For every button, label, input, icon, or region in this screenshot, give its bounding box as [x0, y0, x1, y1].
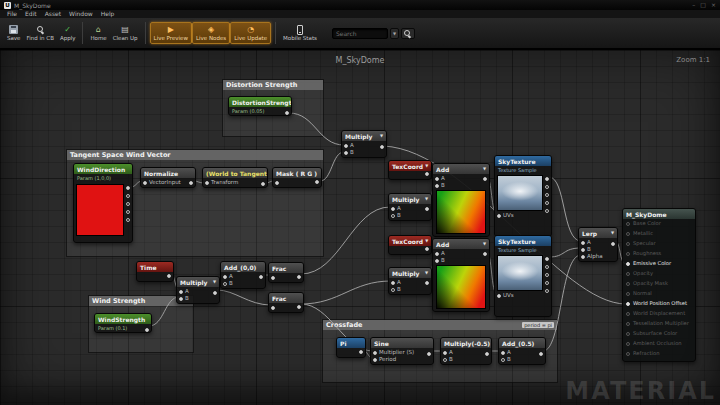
output-pin[interactable] [259, 275, 263, 279]
output-pin[interactable] [285, 111, 289, 115]
node-add-half[interactable]: Add_(0.5) A B [498, 337, 546, 365]
node-normalize[interactable]: Normalize VectorInput [140, 167, 196, 188]
node-texcoord-top[interactable]: TexCoord▼ [388, 160, 432, 180]
input-pin-base-color[interactable] [626, 222, 630, 226]
output-pin[interactable] [425, 281, 429, 285]
input-pin-b[interactable] [501, 358, 505, 362]
node-pi[interactable]: Pi [336, 337, 366, 358]
output-pin-g[interactable] [545, 273, 549, 277]
search-input[interactable] [332, 28, 388, 39]
search-dropdown-button[interactable]: ▼ [390, 28, 399, 39]
wire[interactable] [217, 290, 271, 305]
input-pin-a[interactable] [435, 177, 439, 181]
node-skytexture-top[interactable]: SkyTexture Texture Sample UVs [494, 155, 552, 237]
input-pin-a[interactable] [344, 144, 348, 148]
input-pin-b[interactable] [443, 358, 447, 362]
home-button[interactable]: ⌂ Home [87, 23, 109, 43]
find-in-cb-button[interactable]: Find in CB [24, 23, 57, 43]
output-pin[interactable] [425, 172, 429, 176]
input-pin-b[interactable] [344, 151, 348, 155]
output-pin-r[interactable] [545, 185, 549, 189]
output-pin-rgb[interactable] [126, 186, 130, 190]
input-pin-a[interactable] [391, 207, 395, 211]
output-pin[interactable] [261, 182, 265, 186]
input-pin[interactable] [143, 181, 147, 185]
input-pin-b[interactable] [435, 259, 439, 263]
collapse-icon[interactable]: ▼ [483, 242, 486, 246]
output-pin[interactable] [297, 275, 301, 279]
output-pin[interactable] [189, 181, 193, 185]
maximize-button[interactable]: □ [700, 2, 706, 8]
mobile-stats-button[interactable]: Mobile Stats [280, 23, 320, 43]
node-multiply-half[interactable]: Multiply(-0.5) A B [440, 337, 492, 365]
output-pin[interactable] [297, 305, 301, 309]
collapse-icon[interactable]: ▼ [483, 167, 486, 171]
node-lerp[interactable]: Lerp▼ A B Alpha [578, 227, 618, 262]
node-wind-direction-param[interactable]: WindDirection Param (1,0,0) [73, 163, 133, 243]
input-pin-world-displacement[interactable] [626, 312, 630, 316]
node-sine[interactable]: Sine Multiplier (S) Period [370, 337, 434, 365]
input-pin-multiplier[interactable] [373, 351, 377, 355]
save-button[interactable]: Save [4, 23, 24, 43]
output-pin[interactable] [427, 352, 431, 356]
graph-canvas[interactable]: M_SkyDome Zoom 1:1 MATERIAL Distortion S… [0, 49, 720, 405]
node-multiply-distortion[interactable]: Multiply▼ A B [341, 130, 387, 158]
input-pin-a[interactable] [179, 290, 183, 294]
output-pin[interactable] [483, 177, 487, 181]
apply-button[interactable]: ✓ Apply [57, 23, 79, 43]
node-multiply-uv-top[interactable]: Multiply▼ A B [388, 193, 432, 221]
output-pin-g[interactable] [545, 193, 549, 197]
collapse-icon[interactable]: ▼ [425, 239, 428, 243]
menu-item-file[interactable]: File [3, 10, 21, 18]
output-pin[interactable] [485, 352, 489, 356]
input-pin-a[interactable] [435, 252, 439, 256]
input-pin-b[interactable] [179, 297, 183, 301]
menu-item-edit[interactable]: Edit [21, 10, 41, 18]
input-pin-opacity[interactable] [626, 272, 630, 276]
node-wind-strength-param[interactable]: WindStrength Param (0.1) [94, 313, 152, 333]
output-pin-a[interactable] [126, 218, 130, 222]
input-pin-b[interactable] [581, 248, 585, 252]
output-pin[interactable] [359, 350, 363, 354]
collapse-icon[interactable]: ▼ [380, 134, 383, 138]
input-pin-a[interactable] [223, 275, 227, 279]
input-pin-metallic[interactable] [626, 232, 630, 236]
menu-item-window[interactable]: Window [65, 10, 97, 18]
output-pin-a[interactable] [545, 209, 549, 213]
output-pin[interactable] [145, 328, 149, 332]
live-preview-toggle[interactable]: ▶ Live Preview [150, 22, 192, 44]
output-pin-r[interactable] [126, 194, 130, 198]
input-pin-a[interactable] [391, 281, 395, 285]
node-frac-bottom[interactable]: Frac [268, 292, 304, 313]
node-multiply-uv-bottom[interactable]: Multiply▼ A B [388, 267, 432, 295]
node-time[interactable]: Time [136, 261, 174, 282]
output-pin-rgb[interactable] [545, 177, 549, 181]
node-multiply-time[interactable]: Multiply▼ A B [176, 276, 220, 304]
input-pin-b[interactable] [391, 214, 395, 218]
input-pin[interactable] [275, 181, 279, 185]
input-pin-refraction[interactable] [626, 352, 630, 356]
input-pin-b[interactable] [391, 288, 395, 292]
output-pin-rgb[interactable] [545, 257, 549, 261]
menu-item-asset[interactable]: Asset [41, 10, 65, 18]
node-skytexture-bottom[interactable]: SkyTexture Texture Sample UVs [494, 235, 552, 317]
input-pin-emissive-color[interactable] [626, 262, 630, 266]
input-pin-alpha[interactable] [581, 255, 585, 259]
live-update-toggle[interactable]: ◔ Live Update [230, 22, 271, 44]
output-pin-b[interactable] [126, 210, 130, 214]
collapse-icon[interactable]: ▼ [213, 280, 216, 284]
node-material-output[interactable]: M_SkyDome Base Color Metallic Specular R… [622, 208, 696, 362]
output-pin-b[interactable] [545, 281, 549, 285]
collapse-icon[interactable]: ▼ [425, 164, 428, 168]
output-pin[interactable] [315, 180, 319, 184]
output-pin[interactable] [167, 274, 171, 278]
collapse-icon[interactable]: ▼ [611, 231, 614, 235]
input-pin-tessellation-multiplier[interactable] [626, 322, 630, 326]
minimize-button[interactable]: – [692, 2, 695, 8]
output-pin-a[interactable] [545, 289, 549, 293]
input-pin-a[interactable] [581, 241, 585, 245]
input-pin-period[interactable] [373, 358, 377, 362]
wire[interactable] [549, 177, 581, 241]
input-pin-world-position-offset[interactable] [626, 302, 630, 306]
input-pin-ambient-occlusion[interactable] [626, 342, 630, 346]
